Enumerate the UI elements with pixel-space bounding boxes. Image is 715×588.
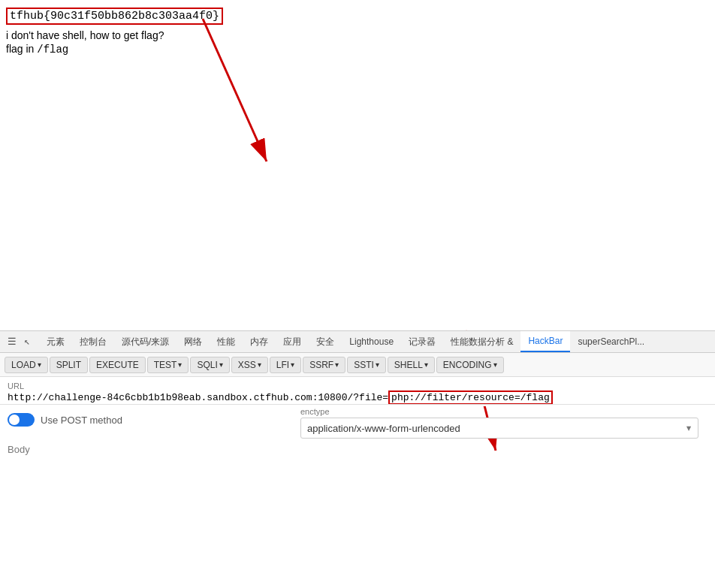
post-method-section: Use POST method: [8, 413, 122, 427]
tab-perf-insights[interactable]: 性能数据分析 &: [443, 331, 520, 352]
lfi-arrow: ▾: [291, 360, 294, 369]
tab-performance[interactable]: 性能: [210, 331, 243, 352]
split-button[interactable]: SPLIT: [50, 357, 88, 373]
ssrf-arrow: ▾: [335, 360, 339, 369]
url-label: URL: [8, 381, 707, 390]
devtools-icons: ☰ ↖: [0, 334, 39, 349]
devtools-bar: ☰ ↖ 元素 控制台 源代码/来源 网络 性能 内存 应用 安全 Lightho…: [0, 330, 715, 353]
tab-sources[interactable]: 源代码/来源: [114, 331, 176, 352]
devtools-menu-icon[interactable]: ☰: [5, 334, 20, 349]
encoding-arrow: ▾: [493, 360, 497, 369]
hint-line2: flag in /flag: [6, 43, 709, 56]
enctype-section: enctype application/x-www-form-urlencode…: [300, 407, 698, 439]
ssti-arrow: ▾: [376, 360, 379, 369]
sqli-arrow: ▾: [219, 360, 223, 369]
enctype-wrapper: application/x-www-form-urlencoded multip…: [300, 418, 698, 439]
tab-lighthouse[interactable]: Lighthouse: [342, 331, 401, 352]
post-method-toggle[interactable]: [8, 413, 35, 427]
tab-supersearch[interactable]: superSearchPl...: [570, 331, 652, 352]
load-arrow: ▾: [38, 360, 41, 369]
test-button[interactable]: TEST ▾: [147, 357, 189, 373]
tab-hackbar[interactable]: HackBar: [520, 331, 570, 352]
enctype-select[interactable]: application/x-www-form-urlencoded multip…: [300, 418, 698, 439]
flag-value: tfhub{90c31f50bb862b8c303aa4f0}: [6, 8, 223, 25]
tab-security[interactable]: 安全: [309, 331, 342, 352]
encoding-button[interactable]: ENCODING ▾: [436, 357, 504, 373]
tab-application[interactable]: 应用: [276, 331, 309, 352]
ssti-button[interactable]: SSTI ▾: [347, 357, 386, 373]
post-method-label: Use POST method: [41, 415, 122, 426]
lfi-button[interactable]: LFI ▾: [270, 357, 301, 373]
tab-console[interactable]: 控制台: [72, 331, 114, 352]
url-section: URL http://challenge-84c6cbb1b1b98eab.sa…: [0, 377, 715, 406]
execute-button[interactable]: EXECUTE: [89, 357, 146, 373]
url-suffix: php://filter/resource=/flag: [388, 390, 553, 405]
ssrf-button[interactable]: SSRF ▾: [303, 357, 345, 373]
tab-elements[interactable]: 元素: [39, 331, 72, 352]
load-button[interactable]: LOAD ▾: [5, 357, 48, 373]
shell-arrow: ▾: [424, 360, 428, 369]
hackbar-toolbar: LOAD ▾ SPLIT EXECUTE TEST ▾ SQLI ▾ XSS ▾…: [0, 353, 715, 377]
url-value: http://challenge-84c6cbb1b1b98eab.sandbo…: [8, 392, 707, 403]
sqli-button[interactable]: SQLI ▾: [190, 357, 229, 373]
devtools-inspect-icon[interactable]: ↖: [20, 334, 35, 349]
enctype-label: enctype: [300, 407, 698, 416]
test-arrow: ▾: [178, 360, 182, 369]
body-section: Body: [8, 443, 30, 457]
body-label: Body: [8, 444, 30, 455]
xss-arrow: ▾: [258, 360, 261, 369]
main-content: tfhub{90c31f50bb862b8c303aa4f0} i don't …: [0, 0, 715, 330]
tab-recorder[interactable]: 记录器: [401, 331, 443, 352]
tab-memory[interactable]: 内存: [243, 331, 276, 352]
tab-network[interactable]: 网络: [176, 331, 210, 352]
url-prefix: http://challenge-84c6cbb1b1b98eab.sandbo…: [8, 392, 388, 403]
shell-button[interactable]: SHELL ▾: [388, 357, 435, 373]
divider-1: [0, 404, 715, 405]
hint-line1: i don't have shell, how to get flag?: [6, 29, 709, 41]
xss-button[interactable]: XSS ▾: [231, 357, 268, 373]
